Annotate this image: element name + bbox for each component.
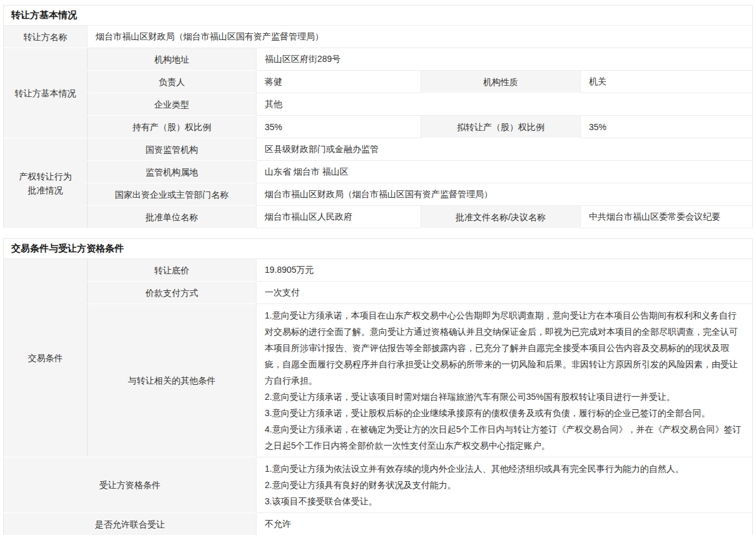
- table-row: 与转让相关的其他条件 1.意向受让方须承诺，本项目在山东产权交易中心公告期即为尽…: [4, 304, 753, 457]
- holding-ratio-value: 35%: [257, 116, 421, 138]
- org-address-value: 福山区区府街289号: [257, 48, 753, 71]
- state-funded-label: 国家出资企业或主管部门名称: [88, 183, 257, 206]
- table-row: 监管机构属地 山东省 烟台市 福山区: [4, 161, 753, 183]
- qualification-label: 受让方资格条件: [4, 457, 257, 513]
- transfer-detail-page: 转让方基本情况 转让方名称 烟台市福山区财政局（烟台市福山区国有资产监督管理局）…: [0, 0, 756, 535]
- holding-ratio-label: 持有产（股）权比例: [88, 116, 257, 138]
- table-row: 交易条件 转让底价 19.8905万元: [4, 259, 753, 282]
- approval-group-label: 产权转让行为 批准情况: [4, 138, 88, 228]
- trade-group-label: 交易条件: [4, 259, 88, 457]
- planned-transfer-ratio-label: 拟转让产（股）权比例: [421, 116, 581, 138]
- transaction-conditions-table: 交易条件与受让方资格条件 交易条件 转让底价 19.8905万元 价款支付方式 …: [3, 238, 753, 535]
- payment-method-label: 价款支付方式: [88, 282, 257, 304]
- joint-transfer-value: 不允许: [257, 513, 753, 535]
- approval-unit-label: 批准单位名称: [88, 206, 257, 228]
- org-nature-value: 机关: [581, 71, 753, 93]
- approval-doc-label: 批准文件名称/决议名称: [421, 206, 581, 228]
- regulator-region-label: 监管机构属地: [88, 161, 257, 183]
- planned-transfer-ratio-value: 35%: [581, 116, 753, 138]
- table-row: 负责人 蒋健 机构性质 机关: [4, 71, 753, 93]
- approval-unit-value: 烟台市福山区人民政府: [257, 206, 421, 228]
- enterprise-type-label: 企业类型: [88, 93, 257, 116]
- table-row: 批准单位名称 烟台市福山区人民政府 批准文件名称/决议名称 中共烟台市福山区委常…: [4, 206, 753, 228]
- table-row: 持有产（股）权比例 35% 拟转让产（股）权比例 35%: [4, 116, 753, 138]
- section2-title: 交易条件与受让方资格条件: [4, 239, 753, 259]
- state-funded-value: 烟台市福山区财政局（烟台市福山区国有资产监督管理局）: [257, 183, 753, 206]
- transferor-name-value: 烟台市福山区财政局（烟台市福山区国有资产监督管理局）: [88, 26, 753, 48]
- sasac-label: 国资监管机构: [88, 138, 257, 161]
- qualification-value: 1.意向受让方须为依法设立并有效存续的境内外企业法人、其他经济组织或具有完全民事…: [257, 457, 753, 513]
- table-row: 转让方名称 烟台市福山区财政局（烟台市福山区国有资产监督管理局）: [4, 26, 753, 48]
- org-address-label: 机构地址: [88, 48, 257, 71]
- transferor-name-label: 转让方名称: [4, 26, 88, 48]
- section-header-row: 转让方基本情况: [4, 6, 753, 26]
- table-row: 受让方资格条件 1.意向受让方须为依法设立并有效存续的境内外企业法人、其他经济组…: [4, 457, 753, 513]
- principal-value: 蒋健: [257, 71, 421, 93]
- section1-title: 转让方基本情况: [4, 6, 753, 26]
- regulator-region-value: 山东省 烟台市 福山区: [257, 161, 753, 183]
- section-header-row: 交易条件与受让方资格条件: [4, 239, 753, 259]
- approval-doc-value: 中共烟台市福山区委常委会议纪要: [581, 206, 753, 228]
- enterprise-type-value: 其他: [257, 93, 753, 116]
- floor-price-value: 19.8905万元: [257, 259, 753, 282]
- sasac-value: 区县级财政部门或金融办监管: [257, 138, 753, 161]
- joint-transfer-label: 是否允许联合受让: [4, 513, 257, 535]
- principal-label: 负责人: [88, 71, 257, 93]
- table-row: 产权转让行为 批准情况 国资监管机构 区县级财政部门或金融办监管: [4, 138, 753, 161]
- floor-price-label: 转让底价: [88, 259, 257, 282]
- other-conditions-value: 1.意向受让方须承诺，本项目在山东产权交易中心公告期即为尽职调查期，意向受让方在…: [257, 304, 753, 457]
- basic-group-label: 转让方基本情况: [4, 48, 88, 138]
- payment-method-value: 一次支付: [257, 282, 753, 304]
- other-conditions-label: 与转让相关的其他条件: [88, 304, 257, 457]
- table-row: 价款支付方式 一次支付: [4, 282, 753, 304]
- table-row: 是否允许联合受让 不允许: [4, 513, 753, 535]
- table-row: 转让方基本情况 机构地址 福山区区府街289号: [4, 48, 753, 71]
- transferor-info-table: 转让方基本情况 转让方名称 烟台市福山区财政局（烟台市福山区国有资产监督管理局）…: [3, 5, 753, 228]
- table-row: 国家出资企业或主管部门名称 烟台市福山区财政局（烟台市福山区国有资产监督管理局）: [4, 183, 753, 206]
- org-nature-label: 机构性质: [421, 71, 581, 93]
- table-row: 企业类型 其他: [4, 93, 753, 116]
